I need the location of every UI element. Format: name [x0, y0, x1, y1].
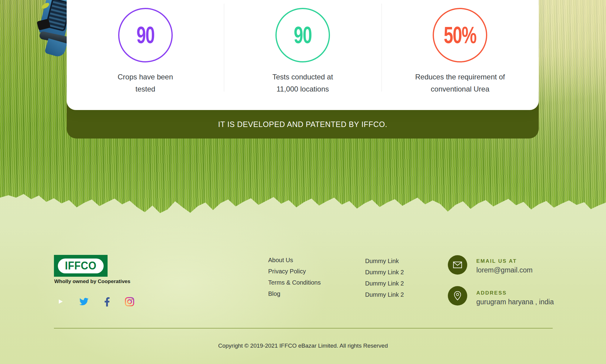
footer-link-dummy-4[interactable]: Dummy Link 2 [365, 289, 456, 300]
stat-circle: 90 [118, 8, 173, 62]
stat-label: Tests conducted at 11,000 locations [272, 71, 333, 95]
iffco-logo-text: IFFCO [65, 259, 97, 272]
footer-nav-secondary: Dummy Link Dummy Link 2 Dummy Link 2 Dum… [365, 255, 456, 300]
logo-tagline: Wholly owned by Cooperatives [54, 279, 130, 285]
stat-value: 90 [294, 22, 311, 48]
footer-link-privacy-policy[interactable]: Privacy Policy [268, 266, 359, 277]
email-label: EMAIL US AT [476, 258, 517, 264]
stat-label: Reduces the requirement of conventional … [415, 71, 505, 95]
footer-link-terms-conditions[interactable]: Terms & Conditions [268, 277, 359, 288]
footer-link-about-us[interactable]: About Us [268, 255, 359, 266]
footer-nav-primary: About Us Privacy Policy Terms & Conditio… [268, 255, 359, 299]
twitter-icon[interactable] [79, 297, 89, 307]
stats-card: 90 Crops have been tested 90 Tests condu… [67, 0, 539, 110]
address-label: ADDRESS [476, 290, 507, 296]
location-pin-icon [448, 286, 467, 306]
iffco-logo-pill: IFFCO [58, 259, 104, 273]
copyright-text: Copyright © 2019-2021 IFFCO eBazar Limit… [0, 342, 606, 349]
stat-urea-reduction: 50% Reduces the requirement of conventio… [381, 8, 539, 95]
footer-link-dummy-2[interactable]: Dummy Link 2 [365, 267, 456, 278]
stat-value: 50% [444, 22, 476, 48]
stat-label: Crops have been tested [118, 71, 173, 95]
footer-link-blog[interactable]: Blog [268, 288, 359, 299]
facebook-icon[interactable] [104, 297, 110, 308]
footer-divider [54, 328, 553, 329]
stat-tests-conducted: 90 Tests conducted at 11,000 locations [224, 8, 381, 95]
instagram-icon[interactable] [125, 297, 134, 308]
stat-circle: 90 [275, 8, 330, 62]
stat-circle: 50% [433, 8, 487, 62]
stat-value: 90 [136, 22, 154, 48]
address-value: gurugram haryana , india [476, 298, 554, 306]
email-value[interactable]: lorem@gmail.com [476, 266, 533, 274]
footer-link-dummy-3[interactable]: Dummy Link 2 [365, 278, 456, 289]
footer-link-dummy-1[interactable]: Dummy Link [365, 255, 456, 267]
stat-crops-tested: 90 Crops have been tested [67, 8, 224, 95]
iffco-logo: IFFCO [54, 255, 108, 277]
email-icon [448, 255, 467, 275]
patent-banner-text: IT IS DEVELOPED AND PATENTED BY IFFCO. [218, 120, 388, 129]
